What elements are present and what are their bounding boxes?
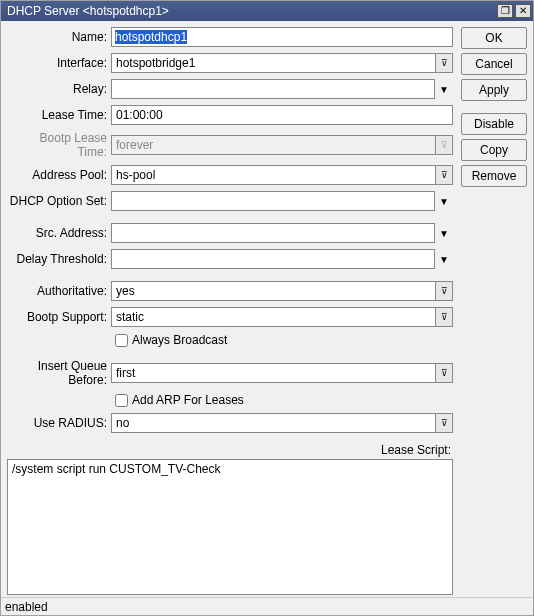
insert-queue-before-input[interactable] (111, 363, 435, 383)
lease-script-label: Lease Script: (7, 443, 451, 457)
bootp-support-input[interactable] (111, 307, 435, 327)
status-text: enabled (5, 600, 48, 614)
interface-input[interactable] (111, 53, 435, 73)
delay-threshold-input[interactable] (111, 249, 435, 269)
lease-script-textarea[interactable] (7, 459, 453, 595)
src-address-expand-icon[interactable]: ▼ (435, 223, 453, 243)
window-title: DHCP Server <hotspotdhcp1> (7, 4, 495, 18)
dhcp-option-set-label: DHCP Option Set: (7, 194, 111, 208)
add-arp-checkbox[interactable] (115, 394, 128, 407)
form-area: Name: hotspotdhcp1 Interface: ⊽ Relay: ▼ (7, 27, 453, 595)
relay-input[interactable] (111, 79, 435, 99)
add-arp-label: Add ARP For Leases (132, 393, 244, 407)
authoritative-dropdown-icon[interactable]: ⊽ (435, 281, 453, 301)
lease-time-input[interactable] (111, 105, 453, 125)
interface-label: Interface: (7, 56, 111, 70)
use-radius-label: Use RADIUS: (7, 416, 111, 430)
use-radius-input[interactable] (111, 413, 435, 433)
dhcp-option-set-input[interactable] (111, 191, 435, 211)
relay-label: Relay: (7, 82, 111, 96)
address-pool-dropdown-icon[interactable]: ⊽ (435, 165, 453, 185)
dhcp-option-set-expand-icon[interactable]: ▼ (435, 191, 453, 211)
bootp-lease-time-input (111, 135, 435, 155)
remove-button[interactable]: Remove (461, 165, 527, 187)
authoritative-label: Authoritative: (7, 284, 111, 298)
bootp-support-dropdown-icon[interactable]: ⊽ (435, 307, 453, 327)
authoritative-input[interactable] (111, 281, 435, 301)
address-pool-label: Address Pool: (7, 168, 111, 182)
always-broadcast-checkbox[interactable] (115, 334, 128, 347)
ok-button[interactable]: OK (461, 27, 527, 49)
dhcp-server-window: DHCP Server <hotspotdhcp1> ❐ ✕ Name: hot… (0, 0, 534, 616)
address-pool-input[interactable] (111, 165, 435, 185)
apply-button[interactable]: Apply (461, 79, 527, 101)
use-radius-dropdown-icon[interactable]: ⊽ (435, 413, 453, 433)
insert-queue-before-dropdown-icon[interactable]: ⊽ (435, 363, 453, 383)
relay-expand-icon[interactable]: ▼ (435, 79, 453, 99)
statusbar: enabled (1, 597, 533, 615)
copy-button[interactable]: Copy (461, 139, 527, 161)
restore-icon[interactable]: ❐ (497, 4, 513, 18)
always-broadcast-label: Always Broadcast (132, 333, 227, 347)
button-column: OK Cancel Apply Disable Copy Remove (461, 27, 527, 595)
name-label: Name: (7, 30, 111, 44)
close-icon[interactable]: ✕ (515, 4, 531, 18)
bootp-lease-time-label: Bootp Lease Time: (7, 131, 111, 159)
bootp-lease-time-dropdown-icon: ⊽ (435, 135, 453, 155)
delay-threshold-expand-icon[interactable]: ▼ (435, 249, 453, 269)
interface-dropdown-icon[interactable]: ⊽ (435, 53, 453, 73)
titlebar[interactable]: DHCP Server <hotspotdhcp1> ❐ ✕ (1, 1, 533, 21)
delay-threshold-label: Delay Threshold: (7, 252, 111, 266)
disable-button[interactable]: Disable (461, 113, 527, 135)
insert-queue-before-label: Insert Queue Before: (7, 359, 111, 387)
name-input[interactable]: hotspotdhcp1 (111, 27, 453, 47)
lease-time-label: Lease Time: (7, 108, 111, 122)
bootp-support-label: Bootp Support: (7, 310, 111, 324)
src-address-label: Src. Address: (7, 226, 111, 240)
src-address-input[interactable] (111, 223, 435, 243)
cancel-button[interactable]: Cancel (461, 53, 527, 75)
